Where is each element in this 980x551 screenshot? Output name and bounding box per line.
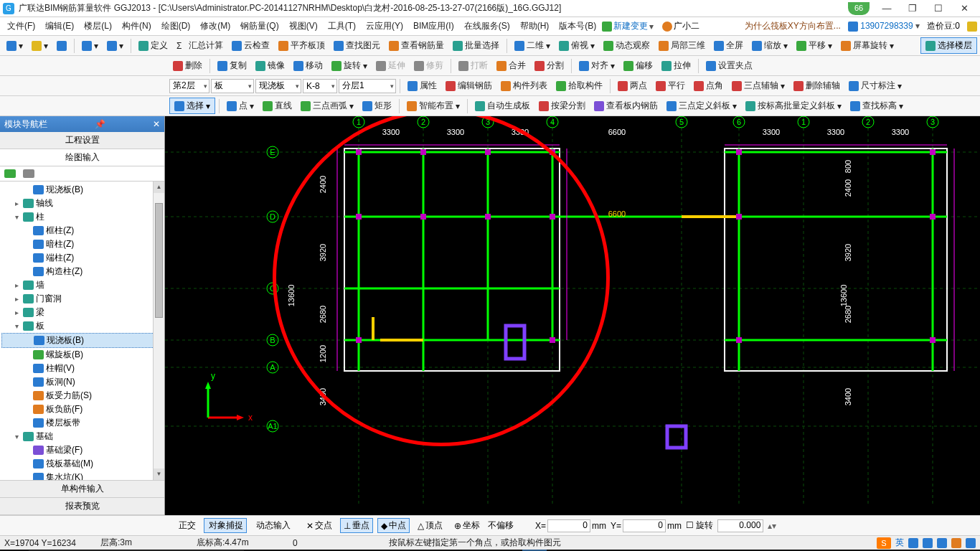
move-button[interactable]: 移动 — [290, 57, 326, 74]
menu-floor[interactable]: 楼层(L) — [80, 19, 116, 34]
fullscreen-button[interactable]: 全屏 — [710, 37, 747, 54]
merge-button[interactable]: 合并 — [493, 57, 529, 74]
new-button[interactable]: ▾ — [3, 39, 27, 53]
tree-node[interactable]: 筏板基础(M) — [1, 457, 163, 471]
editrebar-button[interactable]: 编辑钢筋 — [442, 77, 496, 94]
component-dropdown[interactable]: 板 — [211, 79, 254, 93]
x-input[interactable]: 0 — [547, 519, 590, 532]
tree-node[interactable]: ▸梁 — [1, 306, 163, 319]
collapse-tree-icon[interactable] — [23, 169, 34, 178]
props-button[interactable]: 属性 — [404, 77, 440, 94]
undo-button[interactable]: ▾ — [78, 39, 102, 53]
layer-dropdown[interactable]: 分层1 — [339, 79, 396, 93]
view2d-button[interactable]: 二维▾ — [511, 37, 554, 54]
minimize-button[interactable]: — — [874, 1, 900, 17]
checkelev-button[interactable]: 查找标高▾ — [847, 98, 907, 114]
tree-node[interactable]: ▾基础 — [1, 430, 163, 443]
menu-version[interactable]: 版本号(B) — [555, 19, 600, 34]
apex-toggle[interactable]: △ 顶点 — [414, 518, 446, 533]
delete-button[interactable]: 删除 — [169, 57, 206, 74]
tree-node[interactable]: ▾板 — [1, 319, 163, 333]
tab-project-settings[interactable]: 工程设置 — [0, 132, 164, 149]
twopoint-button[interactable]: 两点 — [614, 77, 651, 94]
scroll-thumb[interactable] — [155, 203, 163, 318]
menu-view[interactable]: 视图(V) — [285, 19, 322, 34]
batchelevslope-button[interactable]: 按标高批量定义斜板▾ — [742, 98, 845, 114]
menu-help[interactable]: 帮助(H) — [516, 19, 554, 34]
pan-button[interactable]: 平移▾ — [793, 37, 836, 54]
tree-node[interactable]: ▸门窗洞 — [1, 292, 163, 306]
y-input[interactable]: 0 — [623, 519, 666, 532]
tree-node[interactable]: 楼层板带 — [1, 416, 163, 430]
tree-node[interactable]: 板受力筋(S) — [1, 389, 163, 402]
tree-node[interactable]: 板负筋(F) — [1, 402, 163, 416]
maximize-button[interactable]: ☐ — [925, 1, 951, 17]
tree-node[interactable]: 现浇板(B) — [1, 333, 163, 348]
open-button[interactable]: ▾ — [28, 39, 52, 53]
dyninput-toggle[interactable]: 动态输入 — [251, 518, 294, 533]
ime-lang[interactable]: 英 — [895, 537, 904, 549]
sumcalc-button[interactable]: Σ汇总计算 — [173, 37, 227, 54]
parallel-button[interactable]: 平行 — [652, 77, 689, 94]
midpoint-toggle[interactable]: ◆ 中点 — [377, 518, 410, 533]
ortho-toggle[interactable]: 正交 — [174, 518, 199, 533]
tree-node[interactable]: 框柱(Z) — [1, 224, 163, 237]
subcomponent-dropdown[interactable]: 现浇板 — [255, 79, 301, 93]
dimnote-button[interactable]: 尺寸标注▾ — [845, 77, 905, 94]
rect-button[interactable]: 矩形 — [359, 98, 395, 114]
define-button[interactable]: 定义 — [135, 37, 171, 54]
menu-bim[interactable]: BIM应用(I) — [409, 19, 458, 34]
tree-node[interactable]: 现浇板(B) — [1, 183, 163, 197]
tree-node[interactable]: 螺旋板(B) — [1, 348, 163, 362]
viewslabrebar-button[interactable]: 查看板内钢筋 — [590, 98, 661, 114]
tray-icon-3[interactable] — [937, 538, 947, 548]
tree-node[interactable]: 暗柱(Z) — [1, 237, 163, 251]
offset-button[interactable]: 偏移 — [620, 57, 656, 74]
pickcomp-button[interactable]: 拾取构件 — [552, 77, 606, 94]
tray-icon-1[interactable] — [908, 538, 918, 548]
tree-node[interactable]: ▾柱 — [1, 210, 163, 224]
expand-tree-icon[interactable] — [4, 169, 16, 178]
phone-label[interactable]: 13907298339 — [860, 21, 913, 31]
point-button[interactable]: 点▾ — [223, 98, 258, 114]
scrrot-button[interactable]: 屏幕旋转▾ — [837, 37, 897, 54]
code-dropdown[interactable]: K-8 — [303, 79, 337, 93]
pickfloor-button[interactable]: 选择楼层 — [920, 37, 977, 54]
threeptslope-button[interactable]: 三点定义斜板▾ — [663, 98, 740, 114]
menu-file[interactable]: 文件(F) — [3, 19, 39, 34]
ime-badge[interactable]: S — [877, 537, 891, 549]
dynview-button[interactable]: 动态观察 — [600, 37, 654, 54]
help-link[interactable]: 为什么筏板XY方向布置... — [745, 20, 841, 32]
redo-button[interactable]: ▾ — [103, 39, 127, 53]
line-button[interactable]: 直线 — [259, 98, 296, 114]
tree-node[interactable]: 基础梁(F) — [1, 443, 163, 457]
panel-pin-icon[interactable]: 📌 — [95, 119, 105, 129]
tree-node[interactable]: 板洞(N) — [1, 375, 163, 389]
menu-draw[interactable]: 绘图(D) — [157, 19, 195, 34]
close-button[interactable]: ✕ — [951, 1, 977, 17]
complist-button[interactable]: 构件列表 — [497, 77, 551, 94]
tree-node[interactable]: ▸墙 — [1, 278, 163, 292]
save-button[interactable] — [53, 39, 70, 53]
scroll-up-icon[interactable]: ▲ — [154, 182, 164, 193]
menu-online[interactable]: 在线服务(S) — [460, 19, 514, 34]
menu-component[interactable]: 构件(N) — [118, 19, 156, 34]
tab-single-component[interactable]: 单构件输入 — [0, 481, 164, 498]
tree-node[interactable]: 柱帽(V) — [1, 362, 163, 375]
delaux-button[interactable]: 删除辅轴 — [790, 77, 844, 94]
floor-dropdown[interactable]: 第2层 — [169, 79, 209, 93]
tray-icon-4[interactable] — [951, 538, 961, 548]
scroll-down-icon[interactable]: ▼ — [154, 468, 164, 480]
offset-mode-dropdown[interactable]: 不偏移 — [488, 519, 531, 532]
tree-scrollbar[interactable]: ▲ ▼ — [153, 182, 164, 480]
flatroof-button[interactable]: 平齐板顶 — [275, 37, 329, 54]
viewrebar-button[interactable]: 查看钢筋量 — [385, 37, 448, 54]
tree-node[interactable]: 集水坑(K) — [1, 471, 163, 480]
arc3-button[interactable]: 三点画弧▾ — [297, 98, 357, 114]
zoom-button[interactable]: 缩放▾ — [748, 37, 791, 54]
tree-node[interactable]: ▸轴线 — [1, 197, 163, 210]
autoslab-button[interactable]: 自动生成板 — [471, 98, 534, 114]
rotation-input[interactable]: 0.000 — [717, 519, 763, 532]
menu-rebar[interactable]: 钢筋量(Q) — [236, 19, 283, 34]
local3d-button[interactable]: 局部三维 — [655, 37, 709, 54]
